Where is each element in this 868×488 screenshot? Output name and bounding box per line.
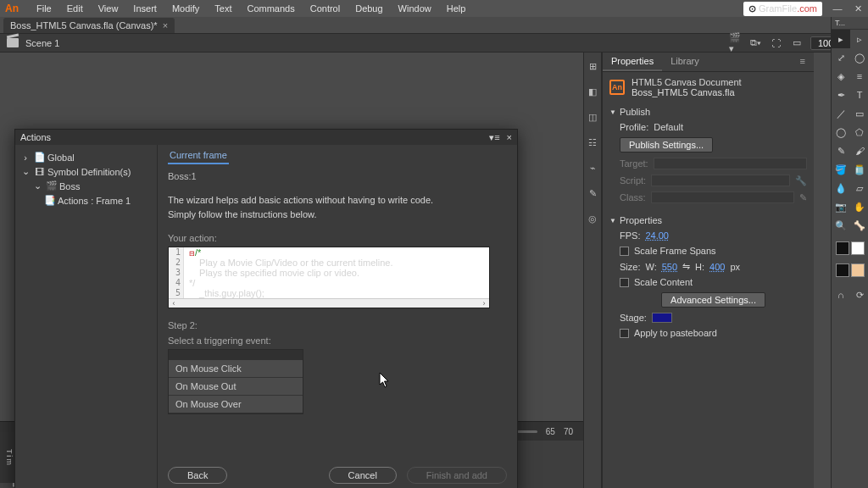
document-tab[interactable]: Boss_HTML5 Canvas.fla (Canvas)* × <box>3 18 175 33</box>
color-panel-icon[interactable]: ◧ <box>586 85 599 98</box>
cancel-button[interactable]: Cancel <box>329 467 397 484</box>
default-colors-icon[interactable] <box>851 263 865 277</box>
properties-panel: Properties Library ≡ An HTML5 Canvas Doc… <box>602 53 814 488</box>
scene-clapboard-icon[interactable] <box>7 38 19 47</box>
menu-view[interactable]: View <box>91 3 126 14</box>
oval-tool-icon[interactable]: ◯ <box>832 123 850 141</box>
actions-panel: Actions ▾≡ × ›📄Global ⌄🎞Symbol Definitio… <box>14 129 518 488</box>
menu-edit[interactable]: Edit <box>59 3 91 14</box>
tab-properties[interactable]: Properties <box>603 53 662 71</box>
event-list[interactable]: On Mouse Click On Mouse Out On Mouse Ove… <box>168 349 303 414</box>
edit-scene-icon[interactable]: 🎬▾ <box>729 36 743 50</box>
tree-global[interactable]: ›📄Global <box>20 150 152 164</box>
info-panel-icon[interactable]: ⌁ <box>586 161 599 175</box>
panel-menu-icon[interactable]: ▾≡ <box>489 132 499 143</box>
event-mouse-out[interactable]: On Mouse Out <box>169 378 303 396</box>
swap-colors-icon[interactable] <box>836 263 849 277</box>
camera-tool-icon[interactable]: 📷 <box>832 197 850 216</box>
menu-modify[interactable]: Modify <box>164 3 207 14</box>
tree-boss[interactable]: ⌄🎬Boss <box>20 179 152 193</box>
fps-value[interactable]: 24.00 <box>645 230 669 241</box>
fill-color-swatch[interactable] <box>851 241 865 255</box>
menu-insert[interactable]: Insert <box>125 3 164 14</box>
pencil-tool-icon[interactable]: ✎ <box>832 141 850 160</box>
clip-content-icon[interactable]: ⛶ <box>770 36 783 50</box>
text-tool-icon[interactable]: T <box>850 86 868 104</box>
panel-close-icon[interactable]: × <box>507 132 512 143</box>
brush-panel-icon[interactable]: ✎ <box>586 186 599 200</box>
event-mouse-click[interactable]: On Mouse Click <box>169 360 303 378</box>
subselect-tool-icon[interactable]: ▹ <box>850 30 868 48</box>
swatches-panel-icon[interactable]: ◫ <box>586 110 599 124</box>
hand-tool-icon[interactable]: ✋ <box>850 197 868 216</box>
polystar-tool-icon[interactable]: ⬠ <box>850 123 868 141</box>
wizard-help-text: The wizard helps add basic actions witho… <box>168 193 507 221</box>
snap-to-object-icon[interactable]: ∩ <box>832 286 850 304</box>
free-transform-tool-icon[interactable]: ⤢ <box>832 48 850 67</box>
rectangle-tool-icon[interactable]: ▭ <box>850 104 868 123</box>
chevron-down-icon: ▼ <box>609 108 616 116</box>
section-properties[interactable]: ▼Properties <box>609 213 807 228</box>
ink-bottle-tool-icon[interactable]: 🫙 <box>850 160 868 179</box>
menu-text[interactable]: Text <box>207 3 239 14</box>
menu-debug[interactable]: Debug <box>348 3 390 14</box>
panel-menu-toggle-icon[interactable]: ≡ <box>792 53 814 71</box>
menu-commands[interactable]: Commands <box>239 3 302 14</box>
stage-color-swatch[interactable] <box>652 313 672 323</box>
brush-tool-icon[interactable]: 🖌 <box>850 141 868 160</box>
3d-rotate-tool-icon[interactable]: ◈ <box>832 67 850 86</box>
eyedropper-tool-icon[interactable]: 💧 <box>832 179 850 197</box>
bone-tool-icon[interactable]: 🦴 <box>850 216 868 235</box>
stage-width[interactable]: 550 <box>662 262 677 272</box>
tab-library[interactable]: Library <box>662 53 708 71</box>
option-lock-icon[interactable]: ⟳ <box>850 286 868 304</box>
movieclip-icon: 🎬 <box>46 180 56 191</box>
wizard-frame-ref: Boss:1 <box>168 171 507 181</box>
menu-file[interactable]: File <box>29 3 59 14</box>
stage-height[interactable]: 400 <box>709 262 725 272</box>
frame-num-b: 70 <box>564 427 573 436</box>
eraser-tool-icon[interactable]: ▱ <box>850 179 868 197</box>
close-tab-icon[interactable]: × <box>163 20 168 30</box>
event-mouse-over[interactable]: On Mouse Over <box>169 396 303 413</box>
apply-to-pasteboard-checkbox[interactable] <box>620 329 629 338</box>
scale-content-checkbox[interactable] <box>620 278 629 287</box>
menu-help[interactable]: Help <box>439 3 474 14</box>
width-tool-icon[interactable]: ≡ <box>850 67 868 86</box>
scale-frame-spans-checkbox[interactable] <box>620 247 629 256</box>
cc-libraries-icon[interactable]: ◎ <box>586 212 599 225</box>
advanced-settings-button[interactable]: Advanced Settings... <box>661 292 765 308</box>
your-action-label: Your action: <box>168 233 507 243</box>
select-event-label: Select a triggering event: <box>168 336 507 346</box>
paint-bucket-tool-icon[interactable]: 🪣 <box>832 160 850 179</box>
wizard-tab-current-frame[interactable]: Current frame <box>168 150 229 164</box>
actions-panel-title: Actions <box>20 132 51 142</box>
fit-in-window-icon[interactable]: ▭ <box>790 36 804 50</box>
window-close-icon[interactable]: ✕ <box>848 3 868 14</box>
menu-control[interactable]: Control <box>303 3 348 14</box>
edit-symbol-icon[interactable]: ⧉▾ <box>749 36 763 50</box>
selection-tool-icon[interactable]: ▸ <box>832 30 850 48</box>
section-publish[interactable]: ▼Publish <box>609 104 807 119</box>
window-minimize-icon[interactable]: — <box>827 3 848 14</box>
publish-settings-button[interactable]: Publish Settings... <box>620 137 713 152</box>
zoom-tool-icon[interactable]: 🔍 <box>832 216 850 235</box>
action-code-preview[interactable]: 1⊟/* 2 Play a Movie Clip/Video or the cu… <box>168 247 490 308</box>
finish-and-add-button: Finish and add <box>407 467 507 484</box>
collapsed-panels-strip: ⊞ ◧ ◫ ☷ ⌁ ✎ ◎ <box>583 53 602 488</box>
menu-window[interactable]: Window <box>391 3 439 14</box>
tree-symbol-defs[interactable]: ⌄🎞Symbol Definition(s) <box>20 164 152 179</box>
tree-actions-frame1[interactable]: 📑Actions : Frame 1 <box>20 193 152 208</box>
code-horizontal-scrollbar[interactable]: ‹› <box>169 298 489 308</box>
chevron-down-icon: ⌄ <box>32 180 42 191</box>
stroke-color-swatch[interactable] <box>836 241 849 255</box>
line-tool-icon[interactable]: ／ <box>832 104 850 123</box>
chevron-right-icon: › <box>20 152 31 163</box>
pen-tool-icon[interactable]: ✒ <box>832 86 850 104</box>
align-panel-icon[interactable]: ⊞ <box>586 59 599 73</box>
lasso-tool-icon[interactable]: ◯ <box>850 48 868 67</box>
back-button[interactable]: Back <box>168 467 227 484</box>
scene-name[interactable]: Scene 1 <box>25 38 59 48</box>
transform-panel-icon[interactable]: ☷ <box>586 136 599 149</box>
link-wh-icon[interactable]: ⇋ <box>682 261 690 272</box>
